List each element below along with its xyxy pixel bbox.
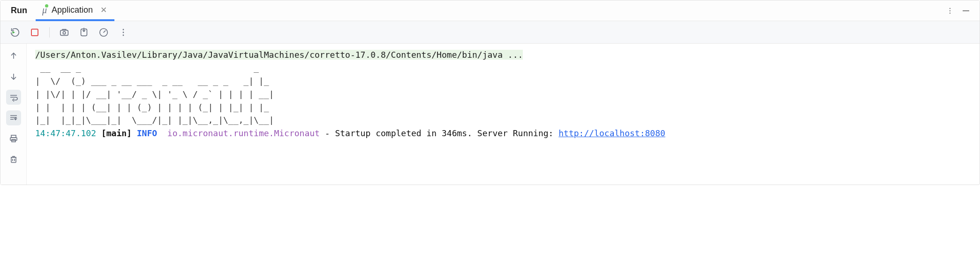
log-timestamp: 14:47:47.102 xyxy=(35,128,96,138)
thread-dump-button[interactable] xyxy=(58,26,70,39)
svg-point-10 xyxy=(123,29,124,30)
panel-title: Run xyxy=(0,6,36,15)
kebab-menu-icon[interactable] xyxy=(945,6,955,16)
toolbar-divider xyxy=(49,27,50,38)
svg-rect-6 xyxy=(60,30,68,35)
svg-rect-3 xyxy=(963,10,969,11)
console-gutter xyxy=(0,44,27,185)
svg-point-11 xyxy=(123,31,124,33)
arrow-down-icon[interactable] xyxy=(6,69,21,84)
stop-button[interactable] xyxy=(29,26,41,39)
server-url-link[interactable]: http://localhost:8080 xyxy=(558,128,665,138)
log-level: INFO xyxy=(137,128,157,138)
command-line: /Users/Anton.Vasilev/Library/Java/JavaVi… xyxy=(35,50,523,60)
exit-button[interactable] xyxy=(78,26,90,39)
svg-rect-14 xyxy=(10,138,17,140)
arrow-up-icon[interactable] xyxy=(6,48,21,63)
svg-point-7 xyxy=(63,31,66,34)
log-message: Startup completed in 346ms. Server Runni… xyxy=(335,128,558,138)
run-tool-window: Run μ Application ✕ xyxy=(0,0,980,185)
more-actions-button[interactable] xyxy=(117,26,129,39)
svg-rect-5 xyxy=(31,29,38,36)
svg-point-1 xyxy=(950,10,950,11)
minimize-icon[interactable] xyxy=(961,6,971,16)
svg-point-0 xyxy=(950,8,950,8)
svg-marker-4 xyxy=(13,31,15,34)
scroll-to-end-button[interactable] xyxy=(6,110,21,125)
log-thread: [main] xyxy=(101,128,132,138)
tab-bar: Run μ Application ✕ xyxy=(0,0,980,21)
clear-all-button[interactable] xyxy=(6,152,21,167)
log-logger: io.micronaut.runtime.Micronaut xyxy=(167,128,320,138)
rerun-button[interactable] xyxy=(9,26,21,39)
close-icon[interactable]: ✕ xyxy=(99,4,108,16)
print-button[interactable] xyxy=(6,131,21,146)
log-sep: - xyxy=(320,128,335,138)
softwrap-button[interactable] xyxy=(6,90,21,105)
console-output[interactable]: /Users/Anton.Vasilev/Library/Java/JavaVi… xyxy=(27,44,980,185)
svg-point-12 xyxy=(123,34,124,36)
svg-point-2 xyxy=(950,12,950,13)
ascii-banner: __ __ _ _ | \/ (_) ___ _ __ ___ _ __ __ … xyxy=(35,63,274,125)
run-toolbar xyxy=(0,21,980,44)
mu-run-icon: μ xyxy=(42,5,47,15)
tab-label: Application xyxy=(52,5,93,15)
svg-rect-16 xyxy=(11,157,16,162)
profiler-button[interactable] xyxy=(98,26,110,39)
tab-application[interactable]: μ Application ✕ xyxy=(36,1,114,21)
